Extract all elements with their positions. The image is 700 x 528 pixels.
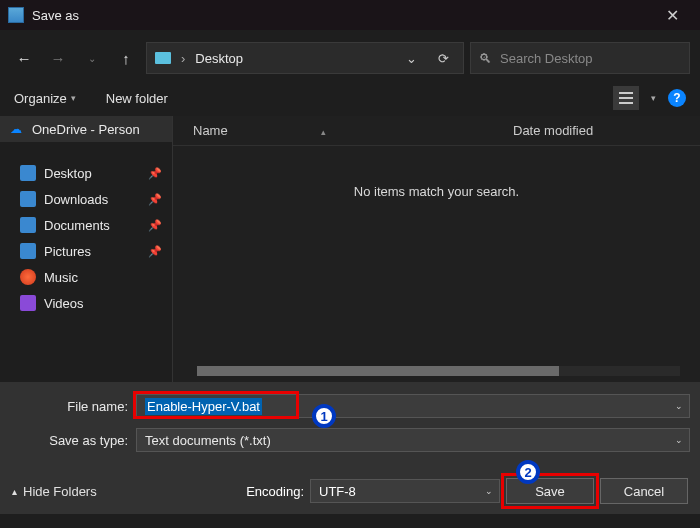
documents-icon <box>20 217 36 233</box>
column-header-name[interactable]: Name ▴ <box>193 123 513 138</box>
sidebar-item-pictures[interactable]: Pictures 📌 <box>0 238 172 264</box>
sidebar-item-label: Pictures <box>44 244 91 259</box>
close-button[interactable]: ✕ <box>652 6 692 25</box>
address-dropdown-icon[interactable]: ⌄ <box>399 51 423 66</box>
filename-input[interactable]: Enable-Hyper-V.bat ⌄ <box>136 394 690 418</box>
view-options-button[interactable] <box>613 86 639 110</box>
sidebar-item-downloads[interactable]: Downloads 📌 <box>0 186 172 212</box>
sidebar-item-music[interactable]: Music <box>0 264 172 290</box>
sidebar-item-label: Videos <box>44 296 84 311</box>
view-dropdown-icon[interactable]: ▾ <box>651 93 656 103</box>
refresh-icon[interactable]: ⟳ <box>431 51 455 66</box>
filename-label: File name: <box>0 399 136 414</box>
desktop-icon <box>20 165 36 181</box>
videos-icon <box>20 295 36 311</box>
pictures-icon <box>20 243 36 259</box>
sidebar-item-videos[interactable]: Videos <box>0 290 172 316</box>
help-icon[interactable]: ? <box>668 89 686 107</box>
chevron-down-icon[interactable]: ⌄ <box>675 401 683 411</box>
sidebar: ☁ OneDrive - Person Desktop 📌 Downloads … <box>0 116 172 382</box>
list-icon <box>619 92 633 104</box>
encoding-label: Encoding: <box>246 484 304 499</box>
breadcrumb-location[interactable]: Desktop <box>195 51 243 66</box>
sidebar-item-documents[interactable]: Documents 📌 <box>0 212 172 238</box>
sidebar-item-label: Downloads <box>44 192 108 207</box>
forward-button[interactable]: → <box>44 44 72 72</box>
sidebar-item-onedrive[interactable]: ☁ OneDrive - Person <box>0 116 172 142</box>
pin-icon: 📌 <box>148 219 162 232</box>
encoding-select[interactable]: UTF-8 ⌄ <box>310 479 500 503</box>
organize-menu[interactable]: Organize▾ <box>14 91 76 106</box>
svg-rect-0 <box>619 92 633 94</box>
saveastype-select[interactable]: Text documents (*.txt) ⌄ <box>136 428 690 452</box>
svg-rect-2 <box>619 102 633 104</box>
cancel-button[interactable]: Cancel <box>600 478 688 504</box>
new-folder-button[interactable]: New folder <box>106 91 168 106</box>
pin-icon: 📌 <box>148 167 162 180</box>
up-button[interactable]: ↑ <box>112 44 140 72</box>
saveastype-value: Text documents (*.txt) <box>145 433 271 448</box>
empty-message: No items match your search. <box>173 184 700 199</box>
save-button[interactable]: Save <box>506 478 594 504</box>
horizontal-scrollbar[interactable] <box>197 366 680 376</box>
sidebar-item-label: Documents <box>44 218 110 233</box>
chevron-down-icon[interactable]: ⌄ <box>485 486 493 496</box>
hide-folders-toggle[interactable]: ▴ Hide Folders <box>12 484 97 499</box>
chevron-down-icon[interactable]: ⌄ <box>675 435 683 445</box>
sidebar-item-label: Desktop <box>44 166 92 181</box>
search-placeholder: Search Desktop <box>500 51 593 66</box>
window-title: Save as <box>32 8 652 23</box>
app-icon <box>8 7 24 23</box>
saveastype-label: Save as type: <box>0 433 136 448</box>
sidebar-item-label: Music <box>44 270 78 285</box>
search-input[interactable]: 🔍︎ Search Desktop <box>470 42 690 74</box>
breadcrumb-sep: › <box>181 51 185 66</box>
cloud-icon: ☁ <box>8 121 24 137</box>
sidebar-item-desktop[interactable]: Desktop 📌 <box>0 160 172 186</box>
pin-icon: 📌 <box>148 193 162 206</box>
svg-rect-1 <box>619 97 633 99</box>
back-button[interactable]: ← <box>10 44 38 72</box>
file-list-area[interactable]: Name ▴ Date modified No items match your… <box>172 116 700 382</box>
filename-value: Enable-Hyper-V.bat <box>145 398 262 415</box>
chevron-up-icon: ▴ <box>12 486 17 497</box>
recent-dropdown[interactable]: ⌄ <box>78 44 106 72</box>
folder-icon <box>155 52 171 64</box>
downloads-icon <box>20 191 36 207</box>
encoding-value: UTF-8 <box>319 484 356 499</box>
search-icon: 🔍︎ <box>479 51 492 66</box>
column-header-date[interactable]: Date modified <box>513 123 593 138</box>
sidebar-item-label: OneDrive - Person <box>32 122 140 137</box>
music-icon <box>20 269 36 285</box>
address-bar[interactable]: › Desktop ⌄ ⟳ <box>146 42 464 74</box>
sort-indicator-icon: ▴ <box>321 127 326 137</box>
pin-icon: 📌 <box>148 245 162 258</box>
